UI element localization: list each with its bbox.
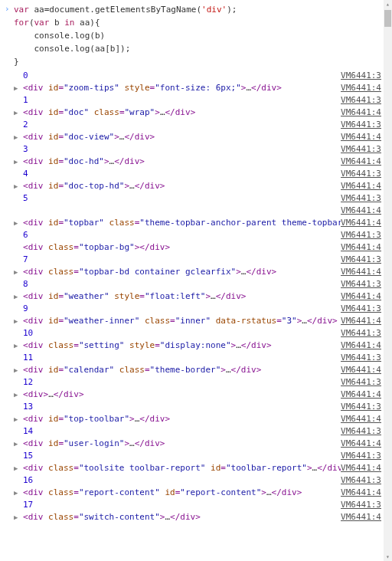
spacer xyxy=(14,205,23,207)
console-input[interactable]: › var aa=document.getElementsByTagName('… xyxy=(5,2,392,70)
expand-triangle-icon[interactable]: ▶ xyxy=(14,156,23,166)
row-content: 2 xyxy=(23,120,341,130)
spacer xyxy=(14,254,23,256)
source-link[interactable]: VM6441:3 xyxy=(341,144,381,154)
row-content[interactable]: <div id="top-toolbar">…</div> xyxy=(23,414,341,424)
source-link[interactable]: VM6441:3 xyxy=(341,169,381,179)
expand-triangle-icon[interactable]: ▶ xyxy=(14,291,23,300)
source-link[interactable]: VM6441:4 xyxy=(341,267,381,277)
row-content: 14 xyxy=(23,426,341,436)
spacer xyxy=(14,120,23,121)
row-content: 15 xyxy=(23,451,341,461)
expand-triangle-icon[interactable]: ▶ xyxy=(14,83,23,92)
source-link[interactable]: VM6441:3 xyxy=(341,71,381,80)
row-content[interactable]: <div class="report-content" id="report-c… xyxy=(23,487,341,497)
scroll-up-icon[interactable]: ▴ xyxy=(384,0,392,8)
source-link[interactable]: VM6441:4 xyxy=(341,389,381,399)
console-panel: › var aa=document.getElementsByTagName('… xyxy=(0,0,392,525)
expand-triangle-icon[interactable]: ▶ xyxy=(14,132,23,141)
console-index-row: 12VM6441:3 xyxy=(5,376,392,389)
row-content[interactable]: <div id="doc-view">…</div> xyxy=(23,132,341,142)
source-link[interactable]: VM6441:4 xyxy=(341,340,381,350)
expand-triangle-icon[interactable]: ▶ xyxy=(14,389,23,399)
expand-triangle-icon[interactable]: ▶ xyxy=(14,365,23,374)
row-content[interactable]: <div id="doc-top-hd">…</div> xyxy=(23,181,341,191)
expand-triangle-icon[interactable]: ▶ xyxy=(14,218,23,227)
expand-triangle-icon[interactable]: ▶ xyxy=(14,316,23,325)
console-index-row: 11VM6441:3 xyxy=(5,352,392,364)
row-content[interactable]: <div id="weather" style="float:left">…</… xyxy=(23,291,341,301)
console-index-row: 0VM6441:3 xyxy=(5,70,392,82)
source-link[interactable]: VM6441:3 xyxy=(341,475,381,485)
expand-triangle-icon[interactable]: ▶ xyxy=(14,267,23,276)
source-link[interactable]: VM6441:3 xyxy=(341,402,381,412)
source-link[interactable]: VM6441:4 xyxy=(341,414,381,424)
source-link[interactable]: VM6441:3 xyxy=(341,426,381,436)
source-link[interactable]: VM6441:3 xyxy=(341,303,381,313)
source-link[interactable]: VM6441:4 xyxy=(341,512,381,522)
source-link[interactable]: VM6441:4 xyxy=(341,463,381,473)
row-content[interactable]: <div id="topbar" class="theme-topbar-anc… xyxy=(23,218,341,228)
row-content[interactable]: <div id="weather-inner" class="inner" da… xyxy=(23,316,341,326)
console-index-row: 13VM6441:3 xyxy=(5,401,392,413)
console-element-row: ▶<div>…</div>VM6441:4 xyxy=(5,389,392,401)
row-content[interactable]: <div id="doc" class="wrap">…</div> xyxy=(23,107,341,117)
row-content[interactable]: <div id="doc-hd">…</div> xyxy=(23,156,341,166)
row-content[interactable]: <div class="setting" style="display:none… xyxy=(23,340,341,350)
source-link[interactable]: VM6441:3 xyxy=(341,279,381,289)
source-link[interactable]: VM6441:4 xyxy=(341,365,381,375)
expand-triangle-icon[interactable]: ▶ xyxy=(14,340,23,349)
row-content[interactable]: <div id="zoom-tips" style="font-size: 6p… xyxy=(23,83,341,93)
expand-triangle-icon[interactable]: ▶ xyxy=(14,414,23,423)
source-link[interactable]: VM6441:4 xyxy=(341,83,381,93)
vertical-scrollbar[interactable]: ▴ ▾ xyxy=(384,0,392,525)
row-content[interactable]: <div class="topbar-bg"></div> xyxy=(23,242,341,252)
console-index-row: 1VM6441:3 xyxy=(5,94,392,107)
source-link[interactable]: VM6441:3 xyxy=(341,254,381,264)
console-element-row: ▶<div id="doc-top-hd">…</div>VM6441:4 xyxy=(5,180,392,192)
scrollbar-thumb[interactable] xyxy=(384,10,391,27)
source-link[interactable]: VM6441:3 xyxy=(341,230,381,240)
source-link[interactable]: VM6441:4 xyxy=(341,181,381,191)
row-content[interactable]: <div class="toolsite toolbar-report" id=… xyxy=(23,463,341,473)
expand-triangle-icon[interactable]: ▶ xyxy=(14,181,23,190)
console-element-row: ▶<div class="switch-content">…</div>VM64… xyxy=(5,511,392,523)
source-link[interactable]: VM6441:3 xyxy=(341,120,381,130)
source-link[interactable]: VM6441:3 xyxy=(341,451,381,461)
console-index-row: 16VM6441:3 xyxy=(5,474,392,487)
source-link[interactable]: VM6441:3 xyxy=(341,353,381,363)
source-link[interactable]: VM6441:4 xyxy=(341,107,381,117)
source-link[interactable]: VM6441:4 xyxy=(341,316,381,326)
source-link[interactable]: VM6441:4 xyxy=(341,291,381,301)
expand-triangle-icon[interactable]: ▶ xyxy=(14,487,23,497)
source-link[interactable]: VM6441:3 xyxy=(341,500,381,510)
row-content: 4 xyxy=(23,169,341,179)
source-link[interactable]: VM6441:3 xyxy=(341,95,381,105)
spacer xyxy=(14,377,23,379)
source-link[interactable]: VM6441:3 xyxy=(341,377,381,387)
source-link[interactable]: VM6441:3 xyxy=(341,328,381,338)
expand-triangle-icon[interactable]: ▶ xyxy=(14,512,23,521)
source-link[interactable]: VM6441:3 xyxy=(341,193,381,203)
console-element-row: ▶<div id="top-toolbar">…</div>VM6441:4 xyxy=(5,413,392,425)
source-link[interactable]: VM6441:4 xyxy=(341,205,381,215)
console-element-row: ▶<div id="weather-inner" class="inner" d… xyxy=(5,315,392,327)
row-content[interactable]: <div class="topbar-bd container gclearfi… xyxy=(23,267,341,277)
expand-triangle-icon[interactable]: ▶ xyxy=(14,463,23,472)
row-content[interactable]: <div>…</div> xyxy=(23,389,341,399)
expand-triangle-icon[interactable]: ▶ xyxy=(14,107,23,116)
source-link[interactable]: VM6441:4 xyxy=(341,156,381,166)
source-link[interactable]: VM6441:4 xyxy=(341,218,381,228)
row-content[interactable]: <div id="calendar" class="theme-border">… xyxy=(23,365,341,375)
source-link[interactable]: VM6441:4 xyxy=(341,132,381,142)
row-content: 10 xyxy=(23,328,341,338)
row-content[interactable]: <div class="switch-content">…</div> xyxy=(23,512,341,522)
console-element-row: ▶<div class="report-content" id="report-… xyxy=(5,487,392,499)
expand-triangle-icon[interactable]: ▶ xyxy=(14,438,23,448)
prompt-icon: › xyxy=(5,3,14,14)
source-link[interactable]: VM6441:4 xyxy=(341,438,381,448)
source-link[interactable]: VM6441:4 xyxy=(341,487,381,497)
row-content[interactable]: <div id="user-login">…</div> xyxy=(23,438,341,448)
source-link[interactable]: VM6441:4 xyxy=(341,242,381,252)
row-content: 9 xyxy=(23,303,341,313)
